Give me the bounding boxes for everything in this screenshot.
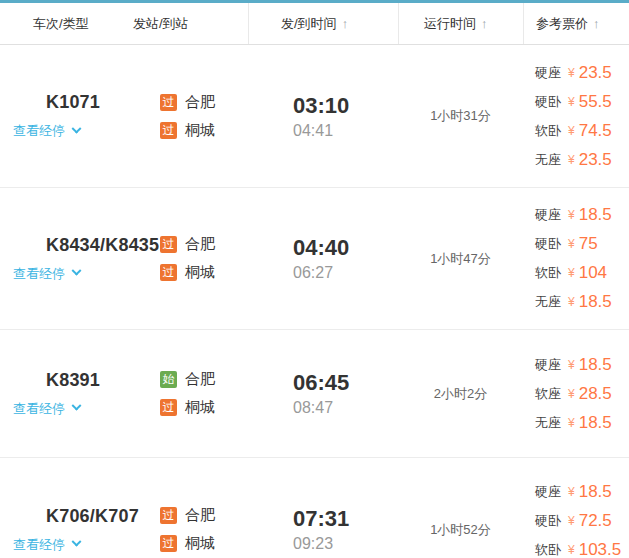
seat-type-label: 软座 bbox=[535, 385, 561, 403]
view-stops-link[interactable]: 查看经停 bbox=[0, 536, 155, 554]
train-cell: K8434/K8435 查看经停 bbox=[0, 235, 155, 283]
station-name: 桐城 bbox=[185, 398, 215, 417]
price-amount: 18.5 bbox=[579, 205, 612, 225]
pass-badge: 过 bbox=[160, 399, 177, 416]
price-item: 硬卧¥75 bbox=[535, 230, 629, 259]
pass-badge: 过 bbox=[160, 122, 177, 139]
chevron-down-icon bbox=[72, 401, 82, 411]
train-number: K706/K707 bbox=[0, 506, 155, 527]
view-stops-link[interactable]: 查看经停 bbox=[0, 400, 155, 418]
price-item: 硬座¥23.5 bbox=[535, 58, 629, 87]
view-stops-label: 查看经停 bbox=[13, 536, 65, 554]
train-row: K1071 查看经停 过合肥过桐城 03:10 04:41 1小时31分 硬座¥… bbox=[0, 45, 629, 188]
station-row: 过桐城 bbox=[160, 116, 280, 144]
duration: 1小时52分 bbox=[430, 522, 491, 537]
column-label: 发/到时间 bbox=[281, 15, 337, 33]
column-label: 参考票价 bbox=[536, 15, 588, 33]
price-amount: 75 bbox=[579, 234, 598, 254]
yen-symbol: ¥ bbox=[568, 485, 575, 499]
pass-badge: 过 bbox=[160, 236, 177, 253]
station-row: 过合肥 bbox=[160, 231, 280, 259]
price-amount: 74.5 bbox=[579, 121, 612, 141]
price-item: 无座¥23.5 bbox=[535, 145, 629, 174]
duration-cell: 2小时2分 bbox=[398, 385, 523, 403]
duration: 1小时47分 bbox=[430, 251, 491, 266]
seat-type-label: 硬座 bbox=[535, 206, 561, 224]
train-row: K8434/K8435 查看经停 过合肥过桐城 04:40 06:27 1小时4… bbox=[0, 188, 629, 330]
yen-symbol: ¥ bbox=[568, 543, 575, 557]
station-name: 合肥 bbox=[185, 235, 215, 254]
column-label: 发站/到站 bbox=[133, 15, 189, 33]
price-amount: 55.5 bbox=[579, 92, 612, 112]
yen-symbol: ¥ bbox=[568, 514, 575, 528]
train-number: K8391 bbox=[0, 370, 155, 391]
yen-symbol: ¥ bbox=[568, 66, 575, 80]
stations-cell: 过合肥过桐城 bbox=[155, 231, 280, 287]
seat-type-label: 硬座 bbox=[535, 64, 561, 82]
times-cell: 07:31 09:23 bbox=[280, 506, 398, 553]
chevron-down-icon bbox=[72, 266, 82, 276]
column-header-duration[interactable]: 运行时间 ↑ bbox=[398, 3, 523, 44]
sort-asc-icon[interactable]: ↑ bbox=[342, 16, 349, 31]
column-header-price[interactable]: 参考票价 ↑ bbox=[523, 3, 629, 44]
price-amount: 23.5 bbox=[579, 150, 612, 170]
yen-symbol: ¥ bbox=[568, 153, 575, 167]
station-row: 过合肥 bbox=[160, 502, 280, 530]
pass-badge: 过 bbox=[160, 264, 177, 281]
yen-symbol: ¥ bbox=[568, 387, 575, 401]
price-list: 硬座¥23.5硬卧¥55.5软卧¥74.5无座¥23.5 bbox=[523, 45, 629, 187]
price-item: 无座¥18.5 bbox=[535, 288, 629, 317]
price-amount: 18.5 bbox=[579, 482, 612, 502]
price-item: 硬卧¥55.5 bbox=[535, 87, 629, 116]
view-stops-link[interactable]: 查看经停 bbox=[0, 265, 155, 283]
duration: 2小时2分 bbox=[434, 386, 487, 401]
price-item: 无座¥18.5 bbox=[535, 408, 629, 437]
train-cell: K1071 查看经停 bbox=[0, 92, 155, 140]
column-header-times[interactable]: 发/到时间 ↑ bbox=[248, 3, 398, 44]
seat-type-label: 硬座 bbox=[535, 356, 561, 374]
price-item: 软卧¥104 bbox=[535, 259, 629, 288]
station-name: 合肥 bbox=[185, 506, 215, 525]
column-header-train-type: 车次/类型 bbox=[0, 3, 133, 44]
price-item: 软卧¥74.5 bbox=[535, 116, 629, 145]
pass-badge: 过 bbox=[160, 535, 177, 552]
pass-badge: 过 bbox=[160, 507, 177, 524]
price-amount: 28.5 bbox=[579, 384, 612, 404]
station-row: 始合肥 bbox=[160, 366, 280, 394]
station-name: 桐城 bbox=[185, 534, 215, 553]
stations-cell: 始合肥过桐城 bbox=[155, 366, 280, 422]
train-row: K8391 查看经停 始合肥过桐城 06:45 08:47 2小时2分 硬座¥1… bbox=[0, 330, 629, 458]
column-label: 运行时间 bbox=[424, 15, 476, 33]
seat-type-label: 硬卧 bbox=[535, 512, 561, 530]
duration-cell: 1小时52分 bbox=[398, 521, 523, 539]
sort-asc-icon[interactable]: ↑ bbox=[593, 16, 600, 31]
seat-type-label: 软卧 bbox=[535, 264, 561, 282]
station-name: 桐城 bbox=[185, 263, 215, 282]
price-amount: 103.5 bbox=[579, 540, 622, 558]
station-row: 过桐城 bbox=[160, 530, 280, 558]
price-list: 硬座¥18.5硬卧¥75软卧¥104无座¥18.5 bbox=[523, 188, 629, 329]
view-stops-label: 查看经停 bbox=[13, 122, 65, 140]
station-row: 过桐城 bbox=[160, 394, 280, 422]
yen-symbol: ¥ bbox=[568, 416, 575, 430]
times-cell: 06:45 08:47 bbox=[280, 370, 398, 417]
seat-type-label: 硬座 bbox=[535, 483, 561, 501]
seat-type-label: 无座 bbox=[535, 151, 561, 169]
price-amount: 18.5 bbox=[579, 413, 612, 433]
duration: 1小时31分 bbox=[430, 108, 491, 123]
train-list: K1071 查看经停 过合肥过桐城 03:10 04:41 1小时31分 硬座¥… bbox=[0, 45, 629, 558]
sort-asc-icon[interactable]: ↑ bbox=[481, 16, 488, 31]
table-header: 车次/类型 发站/到站 发/到时间 ↑ 运行时间 ↑ 参考票价 ↑ bbox=[0, 3, 629, 45]
price-item: 硬座¥18.5 bbox=[535, 201, 629, 230]
train-row: K706/K707 查看经停 过合肥过桐城 07:31 09:23 1小时52分… bbox=[0, 458, 629, 558]
stations-cell: 过合肥过桐城 bbox=[155, 502, 280, 558]
chevron-down-icon bbox=[72, 123, 82, 133]
yen-symbol: ¥ bbox=[568, 295, 575, 309]
seat-type-label: 软卧 bbox=[535, 541, 561, 558]
times-cell: 04:40 06:27 bbox=[280, 235, 398, 282]
yen-symbol: ¥ bbox=[568, 124, 575, 138]
view-stops-link[interactable]: 查看经停 bbox=[0, 122, 155, 140]
station-row: 过合肥 bbox=[160, 88, 280, 116]
price-item: 硬卧¥72.5 bbox=[535, 506, 629, 535]
chevron-down-icon bbox=[72, 537, 82, 547]
